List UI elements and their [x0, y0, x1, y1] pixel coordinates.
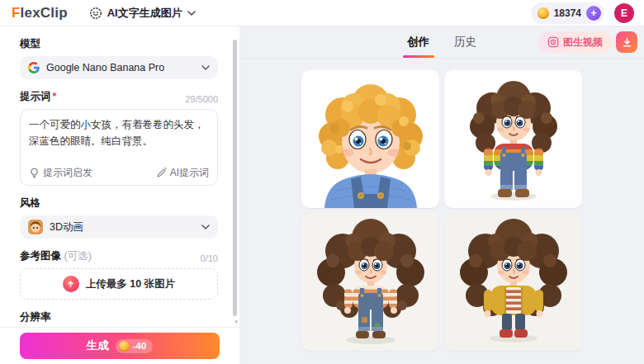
reference-label: 参考图像 (可选) [20, 249, 92, 263]
image-to-video-label: 图生视频 [563, 35, 603, 50]
generated-image-1[interactable] [301, 70, 439, 208]
image-to-video-button[interactable]: 图生视频 [538, 31, 612, 53]
lightbulb-icon [29, 168, 40, 178]
settings-panel: 模型 Google Nano Banana Pro 提示词* 29/5000 一… [0, 26, 239, 364]
tab-create-label: 创作 [407, 35, 429, 50]
google-icon [28, 62, 40, 73]
resolution-label: 分辨率 [20, 310, 51, 324]
tool-switcher-label: AI文字生成图片 [107, 6, 182, 21]
tool-switcher[interactable]: AI文字生成图片 [89, 6, 196, 21]
content-area: 模型 Google Nano Banana Pro 提示词* 29/5000 一… [0, 26, 644, 364]
results-header: 创作 历史 图生视频 [239, 26, 644, 59]
model-value: Google Nano Banana Pro [46, 62, 195, 73]
chevron-down-icon [201, 65, 210, 70]
generated-image-2[interactable] [444, 70, 582, 208]
girl-portrait-illustration [301, 70, 439, 208]
credits-balance: 18374 [554, 7, 581, 19]
app-root: FlexClip AI文字生成图片 18374 + E 模型 [0, 0, 644, 364]
tab-history[interactable]: 历史 [452, 26, 478, 58]
prompt-box: 一个可爱的小女孩，有着卷卷的头发，深蓝色的眼睛。纯白背景。 提示词启发 AI提示… [20, 109, 218, 186]
ai-pen-icon [156, 168, 167, 178]
girl-overalls-illustration [301, 213, 439, 351]
coin-icon [119, 341, 130, 352]
add-credits-button[interactable]: + [586, 6, 601, 21]
scrollbar-caret-icon: ▾ [234, 319, 238, 324]
avatar[interactable]: E [614, 3, 634, 23]
generated-image-3[interactable] [301, 213, 439, 351]
results-grid-wrap [239, 59, 644, 364]
upload-icon [63, 276, 79, 292]
scrollbar-thumb[interactable] [233, 40, 237, 316]
ai-prompt-button[interactable]: AI提示词 [156, 166, 209, 180]
header-actions: 图生视频 [538, 26, 637, 58]
settings-form: 模型 Google Nano Banana Pro 提示词* 29/5000 一… [0, 26, 239, 327]
model-label: 模型 [20, 37, 40, 51]
model-select[interactable]: Google Nano Banana Pro [20, 56, 218, 79]
style-value: 3D动画 [50, 220, 195, 234]
tab-create[interactable]: 创作 [405, 26, 431, 58]
results-grid [301, 70, 582, 364]
tabs: 创作 历史 [405, 26, 478, 58]
reference-optional: (可选) [64, 250, 91, 262]
download-button[interactable] [616, 31, 637, 53]
girl-cardigan-illustration [444, 213, 582, 351]
prompt-label: 提示词* [20, 90, 56, 104]
prompt-inspire-button[interactable]: 提示词启发 [29, 166, 92, 180]
upload-label: 上传最多 10 张图片 [86, 277, 175, 291]
generate-footer: 生成 -40 [0, 327, 239, 364]
tab-history-label: 历史 [454, 35, 476, 50]
style-select[interactable]: 3D动画 [20, 215, 218, 239]
upload-dropzone[interactable]: 上传最多 10 张图片 [20, 268, 218, 300]
prompt-counter: 29/5000 [185, 94, 218, 104]
girl-rainbow-illustration [444, 70, 582, 208]
results-area: 创作 历史 图生视频 [239, 26, 644, 364]
active-tab-indicator [403, 55, 434, 58]
download-icon [622, 37, 632, 48]
logo-letter-f: F [12, 5, 21, 21]
generate-button[interactable]: 生成 -40 [20, 333, 220, 359]
image-play-icon [547, 36, 559, 48]
top-bar: FlexClip AI文字生成图片 18374 + E [0, 0, 644, 26]
ai-prompt-label: AI提示词 [170, 166, 209, 180]
credits-pill[interactable]: 18374 + [531, 2, 604, 24]
reference-counter: 0/10 [201, 253, 218, 263]
chevron-down-icon [201, 225, 210, 229]
prompt-input[interactable]: 一个可爱的小女孩，有着卷卷的头发，深蓝色的眼睛。纯白背景。 [29, 116, 209, 163]
logo-text: lexClip [21, 5, 68, 21]
generate-label: 生成 [87, 338, 109, 353]
style-label: 风格 [20, 196, 40, 210]
style-thumbnail [28, 220, 43, 234]
generate-cost-pill: -40 [116, 339, 154, 353]
panel-scrollbar[interactable] [233, 40, 237, 316]
prompt-inspire-label: 提示词启发 [43, 166, 92, 180]
generated-image-4[interactable] [444, 213, 582, 351]
chevron-down-icon [187, 11, 196, 16]
required-asterisk: * [53, 91, 57, 102]
generate-cost: -40 [133, 341, 147, 351]
coin-icon [537, 7, 549, 19]
flexclip-logo[interactable]: FlexClip [12, 5, 68, 21]
ai-tool-badge-icon [89, 7, 102, 20]
